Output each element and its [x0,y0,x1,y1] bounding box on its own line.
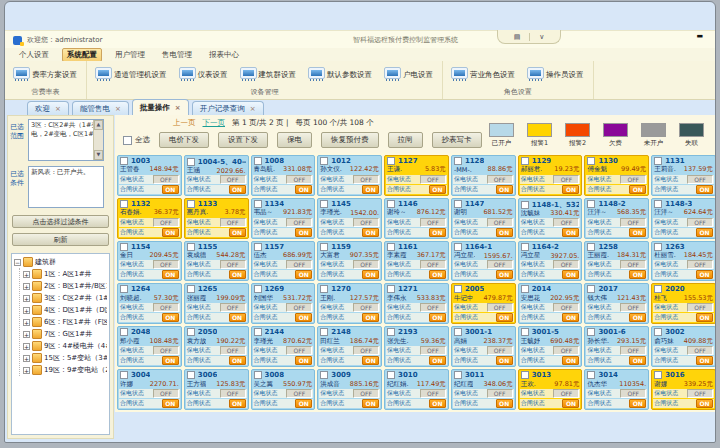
room-card[interactable]: 1157 伍杰 686.99元 保电状态 OFF 合闸状态 ON [251,241,316,282]
room-checkbox[interactable] [387,243,395,251]
room-checkbox[interactable] [120,157,128,165]
chevron-down-icon[interactable]: ∨ [539,33,544,41]
toolbar-button[interactable]: 设置下发 [218,132,268,148]
room-card[interactable]: 1264 刘晓超. 57.30元 保电状态 OFF 合闸状态 ON [117,283,182,324]
selected-condition-listbox[interactable]: 新风表：已开户共。 [28,166,104,208]
expand-icon[interactable]: + [23,331,30,338]
refresh-button[interactable]: 刷新 [12,233,109,246]
room-card[interactable]: 2193 张先生. 59.36元 保电状态 OFF 合闸状态 ON [384,326,449,367]
room-checkbox[interactable] [320,243,328,251]
tree-item[interactable]: + 6区：F区1#井（F区1# [23,316,107,328]
room-card[interactable]: 1130 傅金魁 99.49元 保电状态 OFF 合闸状态 ON [584,155,649,196]
room-card[interactable]: 1154 金日 209.45元 保电状态 OFF 合闸状态 ON [117,241,182,282]
room-card[interactable]: 1263 杜丽雪. 184.45元 保电状态 OFF 合闸状态 ON [651,241,716,282]
room-card[interactable]: 1146 谢玲～ 876.12元 保电状态 OFF 合闸状态 ON [384,198,449,239]
ribbon-button[interactable]: 建筑群设置 [241,68,297,81]
room-card[interactable]: 2048 郑小霞 108.48元 保电状态 OFF 合闸状态 ON [117,326,182,367]
ribbon-control-tab[interactable]: ▤ ∨ [497,30,561,44]
room-checkbox[interactable] [587,243,595,251]
room-checkbox[interactable] [521,157,529,165]
tree-item[interactable]: + 9区：4#楼电井（4#楼 [23,340,107,352]
room-card[interactable]: 2005 牛记中 479.87元 保电状态 OFF 合闸状态 ON [451,283,516,324]
room-card[interactable]: 3013 王欢. 97.81元 保电状态 OFF 合闸状态 ON [518,369,583,410]
room-card[interactable]: 1012 孙文仪. 122.42元 保电状态 OFF 合闸状态 ON [317,155,382,196]
room-checkbox[interactable] [320,371,328,379]
room-card[interactable]: 3004 许娜 2270.71. 保电状态 OFF 合闸状态 ON [117,369,182,410]
ribbon-button[interactable]: 费率方案设置 [14,68,77,81]
room-checkbox[interactable] [654,200,662,208]
room-checkbox[interactable] [120,200,128,208]
room-card[interactable]: 1004-5、40— 王涵 2029.66. 保电状态 OFF 合闸状态 ON [184,155,249,196]
toolbar-button[interactable]: 抄表写卡 [432,132,482,148]
room-checkbox[interactable] [187,243,195,251]
room-checkbox[interactable] [521,371,529,379]
close-icon[interactable]: × [175,104,181,112]
room-card[interactable]: 1133 惠丹真. 3.78元 保电状态 OFF 合闸状态 ON [184,198,249,239]
ribbon-button[interactable]: 户电设置 [385,68,433,81]
room-checkbox[interactable] [187,328,195,336]
room-card[interactable]: 1128 -MM-. 88.86元 保电状态 OFF 合闸状态 ON [451,155,516,196]
room-checkbox[interactable] [254,157,262,165]
room-card[interactable]: 2020 桂飞 155.53元 保电状态 OFF 合闸状态 ON [651,283,716,324]
room-checkbox[interactable] [320,285,328,293]
room-checkbox[interactable] [320,200,328,208]
room-checkbox[interactable] [587,157,595,165]
tree-item[interactable]: + 3区：C区2#井（1#变 [23,292,107,304]
room-card[interactable]: 1148-2 汪洋～ 568.35元 保电状态 OFF 合闸状态 ON [584,198,649,239]
tree-item[interactable]: + 15区：5#变站（3#变 [23,352,107,364]
room-card[interactable]: 1258 王丽霞. 184.31元 保电状态 OFF 合闸状态 ON [584,241,649,282]
room-checkbox[interactable] [454,285,462,293]
room-card[interactable]: 1145 李瑾光. 1542.00. 保电状态 OFF 合闸状态 ON [317,198,382,239]
tree-item[interactable]: + 7区：G区1#井 [23,328,107,340]
room-checkbox[interactable] [587,328,595,336]
room-checkbox[interactable] [387,285,395,293]
room-checkbox[interactable] [387,328,395,336]
room-checkbox[interactable] [254,200,262,208]
room-card[interactable]: 1270 王刚. 127.57元 保电状态 OFF 合闸状态 ON [317,283,382,324]
room-checkbox[interactable] [320,157,328,165]
tree-item[interactable]: + 1区：A区1#井 [23,268,107,280]
room-checkbox[interactable] [521,201,529,209]
toolbar-button[interactable]: 恢复预付费 [321,132,379,148]
room-card[interactable]: 1132 石春娟. 36.37元 保电状态 OFF 合闸状态 ON [117,198,182,239]
document-tab[interactable]: 能管售电 × [72,101,129,115]
room-card[interactable]: 1271 李伟永 533.83元 保电状态 OFF 合闸状态 ON [384,283,449,324]
room-checkbox[interactable] [187,200,195,208]
room-card[interactable]: 3001-1 高娟 238.37元 保电状态 OFF 合闸状态 ON [451,326,516,367]
room-card[interactable]: 2014 安思花 202.95元 保电状态 OFF 合闸状态 ON [518,283,583,324]
selected-range-listbox[interactable]: 3区：C区2#共（1#变电，2#变电，C区1#… ▲ ▼ [28,119,104,161]
room-checkbox[interactable] [587,285,595,293]
menu-item[interactable]: 个人设置 [15,49,53,61]
room-checkbox[interactable] [521,285,529,293]
room-checkbox[interactable] [454,157,462,165]
room-checkbox[interactable] [454,371,462,379]
room-checkbox[interactable] [120,328,128,336]
room-checkbox[interactable] [387,371,395,379]
expand-icon[interactable]: + [23,355,30,362]
expand-icon[interactable]: + [23,343,30,350]
tree-item[interactable]: + 4区：D区1#井（D区1 [23,304,107,316]
room-checkbox[interactable] [254,371,262,379]
room-checkbox[interactable] [454,243,462,251]
ribbon-button[interactable]: 默认参数设置 [309,68,372,81]
ribbon-button[interactable]: 营业角色设置 [452,68,515,81]
room-checkbox[interactable] [120,243,128,251]
expand-icon[interactable]: + [23,367,30,374]
room-checkbox[interactable] [654,371,662,379]
close-icon[interactable]: × [55,105,61,113]
room-card[interactable]: 2144 李瑾光 870.62元 保电状态 OFF 合闸状态 ON [251,326,316,367]
grid-icon[interactable]: ▤ [514,33,521,41]
room-checkbox[interactable] [254,243,262,251]
expand-icon[interactable]: + [23,271,30,278]
room-card[interactable]: 3011 纪红霞 348.06元 保电状态 OFF 合闸状态 ON [451,369,516,410]
room-card[interactable]: 1003 王管春 148.94元 保电状态 OFF 合闸状态 ON [117,155,182,196]
room-card[interactable]: 3008 吴之翼 550.97元 保电状态 OFF 合闸状态 ON [251,369,316,410]
close-icon[interactable]: × [250,105,256,113]
room-checkbox[interactable] [587,200,595,208]
room-card[interactable]: 1147 谢明 681.52元 保电状态 OFF 合闸状态 ON [451,198,516,239]
room-checkbox[interactable] [187,371,195,379]
toolbar-button[interactable]: 保电 [277,132,312,148]
room-card[interactable]: 2148 田红兰 186.74元 保电状态 OFF 合闸状态 ON [317,326,382,367]
room-checkbox[interactable] [654,328,662,336]
room-checkbox[interactable] [521,328,529,336]
